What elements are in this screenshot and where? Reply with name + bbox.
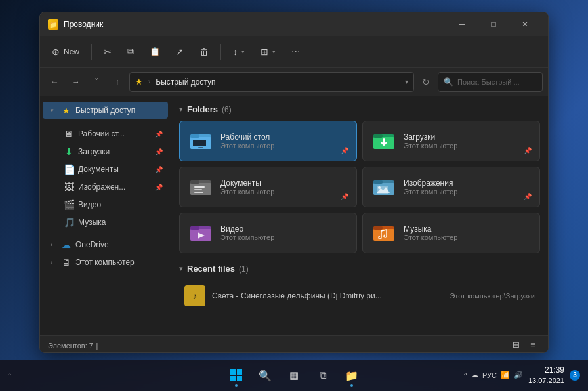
svg-rect-26	[373, 226, 383, 230]
maximize-button[interactable]: □	[478, 12, 509, 36]
svg-rect-13	[194, 192, 203, 193]
sidebar-item-documents[interactable]: 📄 Документы 📌	[43, 161, 168, 178]
address-path: Быстрый доступ	[156, 77, 401, 87]
search-button[interactable]: 🔍	[252, 362, 278, 388]
folder-documents-path: Этот компьютер	[220, 188, 334, 196]
folder-desktop-pin-icon: 📌	[341, 147, 348, 154]
downloads-pin-icon: 📌	[155, 148, 163, 155]
quick-access-header[interactable]: ▾ ★ Быстрый доступ	[43, 102, 168, 119]
documents-pin-icon: 📌	[155, 166, 163, 173]
video-icon: 🎬	[64, 199, 74, 210]
start-button[interactable]	[223, 362, 249, 388]
taskbar-search-icon: 🔍	[259, 369, 272, 382]
explorer-taskbar-button[interactable]: 📁	[339, 362, 365, 388]
folder-documents-pin-icon: 📌	[341, 193, 348, 200]
recent-file-item[interactable]: ♪ Света - Синеглазые дельфины (Dj Dmitri…	[179, 280, 540, 312]
share-icon: ↗	[176, 47, 184, 57]
tray-volume-icon[interactable]: 🔊	[514, 371, 523, 379]
taskbar: ^ 🔍 ▦ ⧉ 📁	[0, 360, 588, 391]
folder-documents-info: Документы Этот компьютер	[220, 178, 334, 196]
taskbar-center: 🔍 ▦ ⧉ 📁	[223, 362, 365, 388]
folder-video-path: Этот компьютер	[220, 234, 348, 241]
folder-video-icon-wrap	[188, 220, 214, 246]
folder-images[interactable]: Изображения Этот компьютер 📌	[362, 167, 540, 207]
folder-music-icon-wrap	[371, 220, 397, 246]
explorer-taskbar-icon: 📁	[345, 369, 358, 382]
copy-icon: ⧉	[127, 46, 134, 57]
notification-badge[interactable]: 3	[570, 370, 580, 381]
recent-file-icon: ♪	[184, 285, 205, 306]
delete-button[interactable]: 🗑	[193, 43, 215, 61]
start-indicator	[235, 384, 238, 387]
refresh-button[interactable]: ↻	[417, 73, 435, 91]
widgets-button[interactable]: ▦	[281, 362, 307, 388]
tray-network-icon[interactable]: 📶	[501, 371, 510, 379]
widgets-icon: ▦	[289, 369, 299, 381]
title-bar: 📁 Проводник ─ □ ✕	[40, 12, 548, 36]
forward-button[interactable]: →	[66, 73, 85, 91]
search-box[interactable]: 🔍 Поиск: Быстрый ...	[438, 72, 543, 92]
folder-images-name: Изображения	[404, 178, 517, 188]
up-button[interactable]: ↑	[108, 73, 127, 91]
tray-cloud-icon[interactable]: ☁	[471, 371, 478, 379]
close-button[interactable]: ✕	[510, 12, 540, 36]
sidebar-downloads-label: Загрузки	[78, 147, 151, 156]
folder-music-name: Музыка	[404, 224, 532, 234]
path-separator-icon: ›	[148, 78, 150, 85]
folder-images-path: Этот компьютер	[404, 188, 517, 196]
folder-desktop-path: Этот компьютер	[220, 142, 334, 150]
grid-view-button[interactable]: ⊞	[509, 338, 523, 352]
address-input[interactable]: ★ › Быстрый доступ ▾	[129, 72, 414, 92]
snap-layout-button[interactable]: ⧉	[310, 362, 336, 388]
sort-icon: ↕	[233, 47, 238, 57]
tray-up-arrow-icon[interactable]: ^	[464, 371, 467, 379]
back-button[interactable]: ←	[45, 73, 64, 91]
svg-rect-3	[193, 140, 206, 146]
folder-downloads-info: Загрузки Этот компьютер	[404, 133, 517, 150]
sidebar-item-images[interactable]: 🖼 Изображен... 📌	[43, 178, 168, 196]
folder-documents[interactable]: Документы Этот компьютер 📌	[179, 167, 357, 207]
status-cursor: |	[96, 342, 98, 350]
folders-section-header: ▾ Folders (6)	[179, 104, 540, 114]
recent-chevron-icon: ▾	[179, 264, 183, 273]
sidebar-item-onedrive[interactable]: › ☁ OneDrive	[43, 236, 168, 253]
address-dropdown-icon: ▾	[405, 78, 408, 85]
details-view-button[interactable]: ≡	[526, 338, 540, 352]
sidebar-video-label: Видео	[78, 200, 163, 209]
clock[interactable]: 21:39 13.07.2021	[528, 365, 564, 385]
folder-downloads-pin-icon: 📌	[524, 147, 532, 154]
folder-downloads[interactable]: Загрузки Этот компьютер 📌	[362, 121, 540, 161]
view-button[interactable]: ⊞ ▾	[254, 43, 282, 61]
svg-rect-28	[230, 369, 236, 375]
more-button[interactable]: ···	[285, 42, 306, 62]
folder-documents-name: Документы	[220, 178, 334, 188]
folder-desktop-svg	[189, 129, 213, 153]
folder-desktop-info: Рабочий стол Этот компьютер	[220, 133, 334, 150]
sidebar-item-video[interactable]: 🎬 Видео	[43, 196, 168, 213]
system-tray-expand-icon[interactable]: ^	[8, 371, 11, 379]
sidebar-documents-label: Документы	[78, 165, 151, 174]
svg-rect-31	[237, 376, 242, 381]
windows-logo-icon	[230, 369, 242, 381]
minimize-button[interactable]: ─	[447, 12, 477, 36]
folder-video[interactable]: Видео Этот компьютер	[179, 213, 357, 253]
tray-language[interactable]: РУС	[482, 371, 497, 379]
date-display: 13.07.2021	[528, 376, 564, 385]
svg-rect-7	[373, 134, 383, 138]
folder-music[interactable]: Музыка Этот компьютер	[362, 213, 540, 253]
copy-button[interactable]: ⧉	[121, 42, 140, 61]
paste-button[interactable]: 📋	[143, 43, 167, 60]
folder-downloads-path: Этот компьютер	[404, 142, 517, 150]
folder-desktop[interactable]: Рабочий стол Этот компьютер 📌	[179, 121, 357, 161]
sort-button[interactable]: ↕ ▾	[226, 43, 251, 61]
window-title: Проводник	[64, 20, 103, 29]
sidebar-item-downloads[interactable]: ⬇ Загрузки 📌	[43, 143, 168, 160]
share-button[interactable]: ↗	[169, 43, 190, 61]
recent-locations-button[interactable]: ˅	[87, 73, 106, 91]
cut-button[interactable]: ✂	[97, 43, 118, 61]
sidebar-item-thispc[interactable]: › 🖥 Этот компьютер	[43, 254, 168, 271]
sidebar-item-music[interactable]: 🎵 Музыка	[43, 214, 168, 231]
new-button[interactable]: ⊕ New	[45, 43, 86, 61]
desktop-pin-icon: 📌	[155, 131, 163, 138]
sidebar-item-desktop[interactable]: 🖥 Рабочий ст... 📌	[43, 125, 168, 142]
